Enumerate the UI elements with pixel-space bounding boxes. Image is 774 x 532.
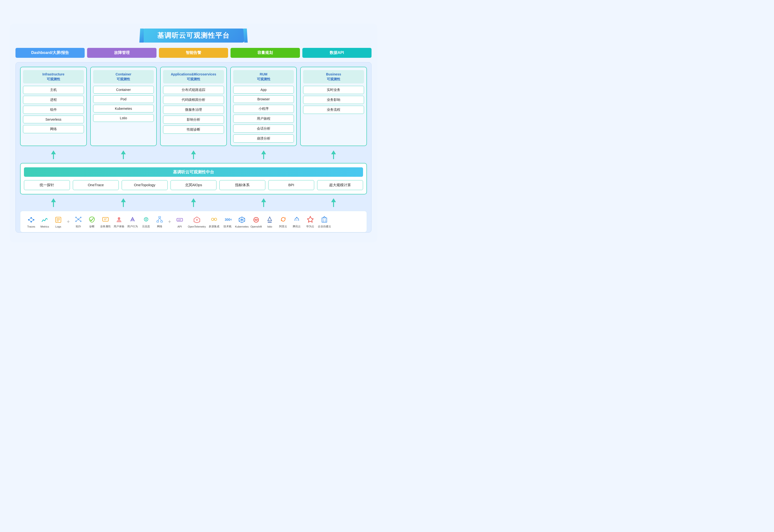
tencent-label: 腾讯云 <box>293 225 301 228</box>
title-banner: 基调听云可观测性平台 <box>15 29 372 43</box>
enterprise-icon <box>320 215 329 224</box>
arrow-1 <box>20 150 87 159</box>
multi-label: 多源集成 <box>209 225 219 228</box>
col-container-title: Container 可观测性 <box>93 70 154 83</box>
svg-line-5 <box>31 218 34 220</box>
col-infrastructure: Infrastructure 可观测性 主机 进程 组件 Serverless … <box>20 67 87 146</box>
infra-item-0: 主机 <box>23 86 84 94</box>
ds-istio: Istio <box>264 215 276 228</box>
data-sources: Traces Metrics <box>20 211 367 232</box>
ds-diag: 诊断 <box>86 215 98 228</box>
col-rum-title: RUM 可观测性 <box>233 70 294 83</box>
svg-point-46 <box>241 219 243 221</box>
svg-line-18 <box>78 217 81 219</box>
diag-label: 诊断 <box>89 225 95 228</box>
arrowhead-icon <box>51 150 56 154</box>
arrow-shaft <box>193 154 194 159</box>
infra-items: 主机 进程 组件 Serverless 网络 <box>23 86 84 133</box>
container-item-2: Kubemetes <box>93 105 154 112</box>
business-items: 实时业务 业务影响 业务流程 <box>303 86 364 114</box>
svg-line-7 <box>29 220 31 222</box>
ds-ux: 用户体验 <box>113 215 125 228</box>
arrow-2 <box>90 150 157 159</box>
nav-dataapi[interactable]: 数据API <box>302 48 372 58</box>
ds-aliyun: 阿里云 <box>277 215 289 228</box>
col-infra-title: Infrastructure 可观测性 <box>23 70 84 83</box>
svg-rect-30 <box>161 221 163 222</box>
b-arrow-4 <box>230 198 297 207</box>
arrow-shaft <box>53 154 54 159</box>
ds-attr: 业务属性 <box>99 215 112 228</box>
ds-meta: 元信息 <box>140 215 152 228</box>
meta-icon <box>142 215 150 224</box>
col-apps: Applications&Microservices 可观测性 分布式链路追踪 … <box>160 67 227 146</box>
rum-item-5: 崩溃分析 <box>233 134 294 143</box>
arrow-4 <box>230 150 297 159</box>
svg-rect-52 <box>323 220 324 222</box>
arrow-shaft <box>263 154 264 159</box>
ds-behavior: 用户行为 <box>127 215 139 228</box>
ds-logs: Logs <box>52 215 64 228</box>
k8s-label: Kubernetes <box>235 225 249 228</box>
rum-item-3: 用户旅程 <box>233 115 294 123</box>
ds-enterprise: 企业自建云 <box>318 215 331 228</box>
col-rum: RUM 可观测性 App Browser 小程序 用户旅程 会话分析 崩溃分析 <box>230 67 297 146</box>
col-container: Container 可观测性 Container Pod Kubemetes L… <box>90 67 157 146</box>
obs-columns: Infrastructure 可观测性 主机 进程 组件 Serverless … <box>20 67 367 146</box>
arrow-3 <box>160 150 227 159</box>
techstack-label: 技术栈 <box>223 225 231 228</box>
svg-line-19 <box>76 219 78 221</box>
svg-line-31 <box>158 218 160 221</box>
svg-line-4 <box>29 218 31 220</box>
nav-dashboard[interactable]: Dashboard/大屏/报告 <box>15 48 85 58</box>
nav-alert[interactable]: 智能告警 <box>159 48 228 58</box>
svg-rect-51 <box>322 218 327 222</box>
multi-icon <box>210 215 218 224</box>
svg-point-47 <box>254 217 259 222</box>
infra-item-1: 进程 <box>23 96 84 104</box>
apps-items: 分布式链路追踪 代码级根因分析 微服务治理 影响分析 性能诊断 <box>163 86 224 134</box>
openshift-label: Openshift <box>250 225 262 228</box>
rum-item-0: App <box>233 86 294 94</box>
ds-tencent: 腾讯云 <box>291 215 303 228</box>
behavior-icon <box>128 215 137 224</box>
ds-traces: Traces <box>25 215 37 228</box>
traces-label: Traces <box>27 225 35 228</box>
svg-line-41 <box>243 218 245 220</box>
arrow-shaft <box>123 202 124 207</box>
infra-item-4: 网络 <box>23 125 84 133</box>
business-item-0: 实时业务 <box>303 86 364 94</box>
rum-items: App Browser 小程序 用户旅程 会话分析 崩溃分析 <box>233 86 294 143</box>
svg-rect-29 <box>157 221 159 222</box>
ds-metrics: Metrics <box>39 215 51 228</box>
aliyun-label: 阿里云 <box>279 225 287 228</box>
arrowhead-icon <box>261 198 266 202</box>
huawei-icon <box>306 215 315 224</box>
nav-fault[interactable]: 故障管理 <box>87 48 156 58</box>
istio-label: Istio <box>267 225 272 228</box>
rum-item-4: 会话分析 <box>233 125 294 133</box>
tencent-icon <box>292 215 301 224</box>
svg-marker-48 <box>268 217 272 221</box>
nav-capacity[interactable]: 容量规划 <box>231 48 300 58</box>
network-label: 网络 <box>157 225 162 228</box>
infra-item-3: Serverless <box>23 116 84 123</box>
arrow-shaft <box>123 154 124 159</box>
logs-icon <box>54 215 63 224</box>
hub-item-2: OneTopology <box>122 180 168 190</box>
col-apps-title: Applications&Microservices 可观测性 <box>163 70 224 83</box>
top-nav: Dashboard/大屏/报告 故障管理 智能告警 容量规划 数据API <box>15 48 372 58</box>
svg-line-44 <box>239 220 241 221</box>
apps-item-0: 分布式链路追踪 <box>163 86 224 94</box>
svg-line-17 <box>76 217 78 219</box>
svg-text:300+: 300+ <box>225 218 231 222</box>
arrowhead-icon <box>261 150 266 154</box>
ds-techstack: 300+ 技术栈 <box>222 215 234 228</box>
ds-openshift: Openshift <box>250 215 262 228</box>
arrowhead-icon <box>331 150 336 154</box>
huawei-label: 华为云 <box>306 225 314 228</box>
ds-group-1: Traces Metrics <box>25 215 64 228</box>
b-arrow-1 <box>20 198 87 207</box>
rum-item-1: Browser <box>233 95 294 103</box>
col-business-title: Business 可观测性 <box>303 70 364 83</box>
